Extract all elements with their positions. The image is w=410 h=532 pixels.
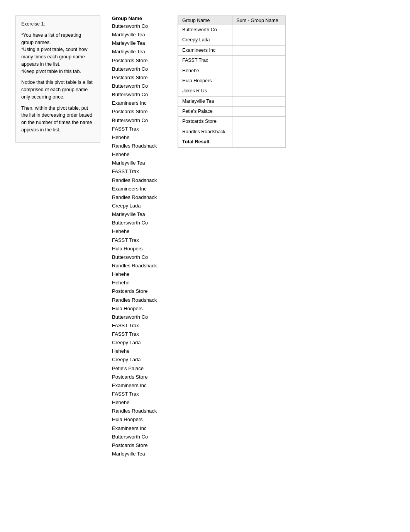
data-column-header: Group Name (112, 15, 166, 21)
main-container: Exercise 1: *You have a list of repeatin… (15, 15, 395, 458)
data-item: Postcards Store (112, 56, 166, 65)
pivot-row: Buttersworth Co (178, 25, 285, 35)
pivot-row: Marleyville Tea (178, 96, 285, 106)
instruction-para-1: *You have a list of repeating group name… (21, 32, 95, 75)
pivot-group-value (232, 56, 285, 66)
data-item: Creepy Lada (112, 355, 166, 364)
pivot-group-value (232, 96, 285, 106)
data-item: FASST Trax (112, 321, 166, 330)
data-item: Postcards Store (112, 107, 166, 116)
data-item: Hehehe (112, 398, 166, 407)
data-item: Creepy Lada (112, 338, 166, 347)
pivot-group-name: Buttersworth Co (178, 25, 232, 35)
pivot-group-value (232, 66, 285, 76)
pivot-group-value (232, 127, 285, 137)
pivot-total-label: Total Result (178, 137, 232, 147)
pivot-group-value (232, 117, 285, 127)
data-column: Group Name Buttersworth CoMarleyville Te… (108, 15, 170, 458)
data-item: Hehehe (112, 227, 166, 236)
data-item: Randles Roadshack (112, 176, 166, 185)
pivot-group-name: Randles Roadshack (178, 127, 232, 137)
pivot-row: Petie's Palace (178, 107, 285, 117)
data-item: Hula Hoopers (112, 304, 166, 313)
data-item: Postcards Store (112, 373, 166, 381)
data-item: Petie's Palace (112, 364, 166, 373)
exercise-title: Exercise 1: (21, 20, 95, 28)
data-item: Marleyville Tea (112, 210, 166, 219)
pivot-group-name: Hula Hoopers (178, 76, 232, 86)
data-item: FASST Trax (112, 330, 166, 338)
data-item: Hehehe (112, 133, 166, 142)
data-item: Buttersworth Co (112, 433, 166, 441)
data-item: Buttersworth Co (112, 219, 166, 227)
data-item: Postcards Store (112, 287, 166, 296)
instructions-panel: Exercise 1: *You have a list of repeatin… (15, 15, 100, 143)
pivot-group-value (232, 35, 285, 45)
data-item: Buttersworth Co (112, 65, 166, 73)
data-item: Hehehe (112, 347, 166, 355)
pivot-group-name: Jokes R Us (178, 86, 232, 96)
pivot-group-name: Petie's Palace (178, 107, 232, 117)
pivot-group-name: FASST Trax (178, 56, 232, 66)
data-item: FASST Trax (112, 125, 166, 133)
data-item: Hula Hoopers (112, 245, 166, 253)
pivot-group-value (232, 107, 285, 117)
instruction-para-3: Then, within the pivot table, put the li… (21, 105, 95, 134)
data-item: Examineers Inc (112, 99, 166, 107)
pivot-tbody: Buttersworth CoCreepy LadaExamineers Inc… (178, 25, 285, 148)
data-item: Hula Hoopers (112, 415, 166, 424)
data-item: Hehehe (112, 270, 166, 279)
pivot-total-row: Total Result (178, 137, 285, 147)
pivot-row: Examineers Inc (178, 45, 285, 55)
data-item: Marleyville Tea (112, 48, 166, 56)
data-item: Postcards Store (112, 441, 166, 450)
data-item: Hehehe (112, 150, 166, 159)
data-item: Hehehe (112, 279, 166, 287)
data-item: FASST Trax (112, 167, 166, 176)
pivot-group-name: Hehehe (178, 66, 232, 76)
pivot-group-value (232, 45, 285, 55)
pivot-group-name: Examineers Inc (178, 45, 232, 55)
pivot-group-name: Postcards Store (178, 117, 232, 127)
pivot-col2-header: Sum - Group Name (232, 16, 285, 25)
data-item: Marleyville Tea (112, 450, 166, 458)
data-item: Buttersworth Co (112, 253, 166, 262)
data-item: FASST Trax (112, 236, 166, 245)
data-item: Randles Roadshack (112, 193, 166, 202)
pivot-row: FASST Trax (178, 56, 285, 66)
data-item: Buttersworth Co (112, 22, 166, 31)
data-item: Marleyville Tea (112, 39, 166, 48)
data-item: Buttersworth Co (112, 313, 166, 321)
pivot-total-value (232, 137, 285, 147)
pivot-row: Jokes R Us (178, 86, 285, 96)
data-item: Randles Roadshack (112, 296, 166, 304)
data-item: Buttersworth Co (112, 116, 166, 125)
pivot-row: Randles Roadshack (178, 127, 285, 137)
pivot-group-value (232, 86, 285, 96)
data-item: Randles Roadshack (112, 262, 166, 270)
data-item: FASST Trax (112, 390, 166, 398)
data-items-container: Buttersworth CoMarleyville TeaMarleyvill… (112, 22, 166, 458)
data-item: Randles Roadshack (112, 407, 166, 415)
pivot-group-name: Marleyville Tea (178, 96, 232, 106)
data-item: Marleyville Tea (112, 31, 166, 39)
pivot-row: Postcards Store (178, 117, 285, 127)
pivot-group-value (232, 25, 285, 35)
data-item: Examineers Inc (112, 424, 166, 433)
pivot-table: Group Name Sum - Group Name Buttersworth… (178, 15, 286, 148)
pivot-row: Hehehe (178, 66, 285, 76)
pivot-row: Hula Hoopers (178, 76, 285, 86)
data-item: Buttersworth Co (112, 90, 166, 99)
data-item: Randles Roadshack (112, 142, 166, 150)
data-item: Creepy Lada (112, 202, 166, 210)
pivot-col1-header: Group Name (178, 16, 232, 25)
data-item: Examineers Inc (112, 185, 166, 193)
pivot-group-name: Creepy Lada (178, 35, 232, 45)
pivot-row: Creepy Lada (178, 35, 285, 45)
pivot-group-value (232, 76, 285, 86)
data-item: Examineers Inc (112, 381, 166, 390)
data-item: Buttersworth Co (112, 82, 166, 90)
data-item: Marleyville Tea (112, 159, 166, 167)
data-item: Postcards Store (112, 73, 166, 82)
instruction-para-2: Notice that this pivot table is a list c… (21, 79, 95, 100)
